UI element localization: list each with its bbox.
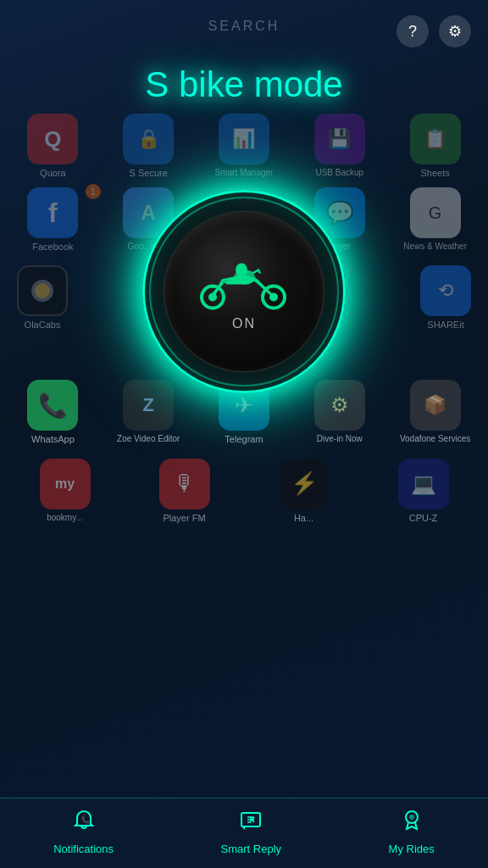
ssecure-icon: 🔒	[123, 114, 174, 164]
quora-icon: Q	[27, 114, 78, 164]
app-label: News & Weather	[403, 242, 467, 252]
list-item[interactable]: OlaCabs	[17, 265, 68, 331]
whatsapp-icon: 📞	[27, 380, 78, 431]
smart-reply-label: Smart Reply	[221, 843, 282, 855]
app-label: Sheets	[420, 168, 449, 179]
app-grid-area: Q Quora 🔒 S Secure 📊 Smart Manager 💾 USB…	[0, 109, 488, 798]
app-row-5: my bookmy... 🎙 Player FM ⚡ Ha... 💻 CPU-Z	[8, 454, 480, 528]
list-item[interactable]: 💻 CPU-Z	[367, 459, 480, 524]
app-label: Facebook	[32, 242, 73, 253]
ola-cabs-icon	[17, 265, 68, 316]
bike-button-inner: ON	[164, 211, 324, 372]
news-weather-icon: G	[410, 187, 461, 238]
list-item[interactable]: 📦 Vodafone Services	[391, 380, 480, 445]
list-item[interactable]: 🎙 Player FM	[128, 459, 241, 524]
svg-point-0	[202, 286, 224, 308]
list-item[interactable]: 💾 USB Backup	[295, 114, 384, 179]
app-label: SHAREit	[427, 320, 463, 331]
sheets-icon: 📋	[410, 114, 461, 164]
bookmyshow-icon: my	[40, 459, 91, 509]
app-row-1: Q Quora 🔒 S Secure 📊 Smart Manager 💾 USB…	[8, 109, 480, 183]
app-label: CPU-Z	[409, 513, 438, 524]
list-item[interactable]: ⚡ Ha...	[247, 459, 360, 524]
search-label: SEARCH	[208, 19, 280, 34]
cpuz-icon: 💻	[398, 459, 449, 509]
app-label: Smart Manager	[215, 168, 274, 178]
bike-button-row: OlaCabs ⟲ SHAREit	[8, 257, 480, 367]
usb-backup-icon: 💾	[314, 114, 365, 164]
main-content: SEARCH ? ⚙ S bike mode Q Quora 🔒 S Secur…	[0, 0, 488, 868]
bottom-navigation: 📞 Notifications Smart Reply	[0, 798, 488, 868]
vodafone-services-icon: 📦	[410, 380, 461, 431]
playerfm-icon: 🎙	[159, 459, 210, 509]
header: SEARCH ? ⚙	[0, 0, 488, 56]
app-label: Dive-in Now	[317, 434, 363, 444]
app-label: WhatsApp	[31, 434, 75, 445]
app-label: USB Backup	[315, 168, 363, 178]
bike-button-outer-ring: ON	[142, 190, 346, 393]
smart-manager-icon: 📊	[219, 114, 269, 164]
list-item[interactable]: ⟲ SHAREit	[420, 265, 471, 331]
motorcycle-icon	[197, 253, 291, 312]
list-item[interactable]: f 1 Facebook	[8, 187, 97, 253]
app-label: Zoe Video Editor	[117, 434, 180, 444]
my-rides-label: My Rides	[389, 843, 435, 855]
list-item[interactable]: 📊 Smart Manager	[200, 114, 289, 179]
bike-mode-status: ON	[232, 316, 256, 331]
app-label: Ha...	[294, 513, 313, 524]
smart-reply-nav-item[interactable]: Smart Reply	[221, 809, 282, 855]
notifications-icon: 📞	[72, 809, 96, 838]
notifications-label: Notifications	[53, 843, 114, 855]
bike-mode-button[interactable]: ON	[142, 190, 346, 393]
settings-button[interactable]: ⚙	[439, 15, 471, 47]
app-label: OlaCabs	[25, 320, 61, 331]
help-button[interactable]: ?	[396, 15, 429, 47]
svg-text:📞: 📞	[81, 815, 90, 824]
list-item[interactable]: 📋 Sheets	[391, 114, 480, 179]
svg-point-1	[208, 292, 217, 301]
smart-reply-icon	[239, 809, 263, 838]
svg-point-3	[269, 292, 278, 301]
svg-point-4	[236, 263, 247, 276]
app-label: S Secure	[130, 168, 168, 179]
app-label: Vodafone Services	[400, 434, 470, 444]
shareit-icon: ⟲	[420, 265, 471, 316]
list-item[interactable]: 📞 WhatsApp	[8, 380, 97, 445]
app-label: Quora	[40, 168, 66, 179]
svg-point-10	[409, 815, 414, 820]
list-item[interactable]: my bookmy...	[8, 459, 121, 524]
my-rides-icon	[400, 809, 424, 838]
list-item[interactable]: 🔒 S Secure	[104, 114, 193, 179]
facebook-icon: f	[27, 187, 78, 238]
notifications-nav-item[interactable]: 📞 Notifications	[53, 809, 114, 855]
my-rides-nav-item[interactable]: My Rides	[389, 809, 435, 855]
list-item[interactable]: G News & Weather	[391, 187, 480, 253]
s-bike-mode-title: S bike mode	[0, 56, 488, 109]
hacker-icon: ⚡	[279, 459, 330, 509]
svg-point-2	[263, 286, 285, 308]
list-item[interactable]: Q Quora	[8, 114, 97, 179]
app-label: Telegram	[225, 434, 263, 445]
app-label: Player FM	[163, 513, 205, 524]
app-label: bookmy...	[47, 513, 83, 523]
notification-badge: 1	[86, 184, 101, 199]
